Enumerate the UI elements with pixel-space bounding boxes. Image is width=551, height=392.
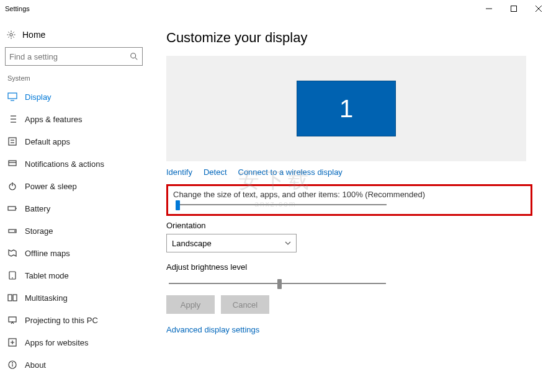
sidebar-item-label: Battery (25, 204, 50, 213)
apps-websites-icon (7, 337, 17, 347)
identify-link[interactable]: Identify (166, 167, 192, 177)
orientation-label: Orientation (166, 221, 532, 230)
home-link[interactable]: Home (2, 25, 145, 47)
power-icon (7, 181, 17, 191)
sidebar-item-battery[interactable]: Battery (2, 197, 145, 220)
svg-rect-18 (9, 161, 16, 166)
maximize-button[interactable] (501, 0, 526, 17)
projecting-icon (7, 315, 17, 325)
sidebar-item-storage[interactable]: Storage (2, 220, 145, 242)
svg-rect-30 (9, 317, 16, 322)
sidebar-item-offline-maps[interactable]: Offline maps (2, 242, 145, 264)
sidebar-item-apps-websites[interactable]: Apps for websites (2, 331, 145, 354)
monitor-1[interactable]: 1 (297, 81, 396, 136)
detect-link[interactable]: Detect (204, 167, 227, 177)
orientation-value: Landscape (172, 239, 212, 248)
svg-point-34 (12, 363, 13, 363)
brightness-slider-thumb[interactable] (277, 279, 282, 289)
scale-slider-thumb[interactable] (176, 200, 180, 210)
sidebar-item-projecting[interactable]: Projecting to this PC (2, 309, 145, 331)
window-title: Settings (5, 5, 477, 12)
sidebar-item-label: Multitasking (25, 293, 68, 303)
svg-rect-29 (13, 295, 17, 301)
search-input[interactable] (9, 52, 130, 61)
svg-rect-28 (8, 295, 12, 301)
notification-icon (7, 159, 17, 169)
multitasking-icon (7, 293, 17, 303)
sidebar-item-multitasking[interactable]: Multitasking (2, 287, 145, 309)
sidebar-item-apps-features[interactable]: Apps & features (2, 108, 145, 130)
sidebar-item-default-apps[interactable]: Default apps (2, 130, 145, 153)
sidebar-item-label: Apps for websites (25, 338, 89, 347)
cancel-button[interactable]: Cancel (221, 295, 269, 314)
sidebar-item-display[interactable]: Display (2, 86, 145, 108)
display-preview: 1 (166, 56, 526, 161)
scale-section-highlight: Change the size of text, apps, and other… (166, 184, 532, 216)
gear-icon (6, 30, 16, 40)
minimize-button[interactable] (477, 0, 501, 17)
sidebar-item-label: Storage (25, 226, 53, 236)
battery-icon (7, 203, 17, 213)
apply-button[interactable]: Apply (166, 295, 215, 314)
sidebar-item-label: Display (25, 92, 52, 102)
svg-line-6 (135, 58, 138, 60)
search-icon (130, 52, 138, 61)
sidebar-item-label: Projecting to this PC (25, 316, 98, 325)
button-row: Apply Cancel (166, 295, 532, 314)
orientation-dropdown[interactable]: Landscape (166, 234, 297, 252)
sidebar-item-about[interactable]: About (2, 354, 145, 376)
sidebar-item-label: Default apps (25, 137, 70, 146)
sidebar: Home System Display Apps & features Defa… (0, 17, 148, 392)
scale-label: Change the size of text, apps, and other… (173, 190, 526, 199)
window-controls (477, 0, 551, 17)
brightness-slider[interactable] (169, 283, 386, 284)
sidebar-item-power-sleep[interactable]: Power & sleep (2, 175, 145, 197)
tablet-icon (7, 270, 17, 280)
advanced-display-link[interactable]: Advanced display settings (166, 325, 532, 334)
svg-rect-15 (9, 138, 16, 145)
brightness-label: Adjust brightness level (166, 262, 532, 272)
sidebar-item-tablet-mode[interactable]: Tablet mode (2, 264, 145, 287)
scale-slider[interactable] (176, 204, 387, 205)
sidebar-item-notifications[interactable]: Notifications & actions (2, 153, 145, 175)
svg-rect-7 (8, 93, 17, 99)
page-title: Customize your display (166, 30, 532, 46)
search-box[interactable] (5, 47, 143, 66)
maps-icon (7, 248, 17, 258)
info-icon (7, 360, 17, 370)
sidebar-item-label: Offline maps (25, 249, 70, 258)
svg-point-5 (131, 53, 136, 58)
home-label: Home (22, 30, 45, 40)
sidebar-item-label: Notifications & actions (25, 159, 104, 169)
chevron-down-icon (285, 239, 291, 248)
display-links: Identify Detect Connect to a wireless di… (166, 167, 532, 177)
close-button[interactable] (526, 0, 551, 17)
svg-point-25 (15, 231, 16, 231)
titlebar: Settings (0, 0, 551, 17)
sidebar-item-label: About (25, 360, 46, 370)
sidebar-item-label: Apps & features (25, 115, 83, 124)
svg-rect-1 (511, 6, 517, 12)
sidebar-item-label: Tablet mode (25, 271, 69, 280)
monitor-icon (7, 92, 17, 102)
default-apps-icon (7, 136, 17, 146)
svg-rect-22 (8, 207, 16, 210)
svg-point-4 (10, 33, 12, 36)
main-panel: Customize your display 1 Identify Detect… (148, 17, 551, 392)
storage-icon (7, 226, 17, 236)
category-label: System (2, 74, 145, 86)
wireless-display-link[interactable]: Connect to a wireless display (238, 167, 343, 177)
list-icon (7, 114, 17, 124)
sidebar-item-label: Power & sleep (25, 182, 77, 191)
